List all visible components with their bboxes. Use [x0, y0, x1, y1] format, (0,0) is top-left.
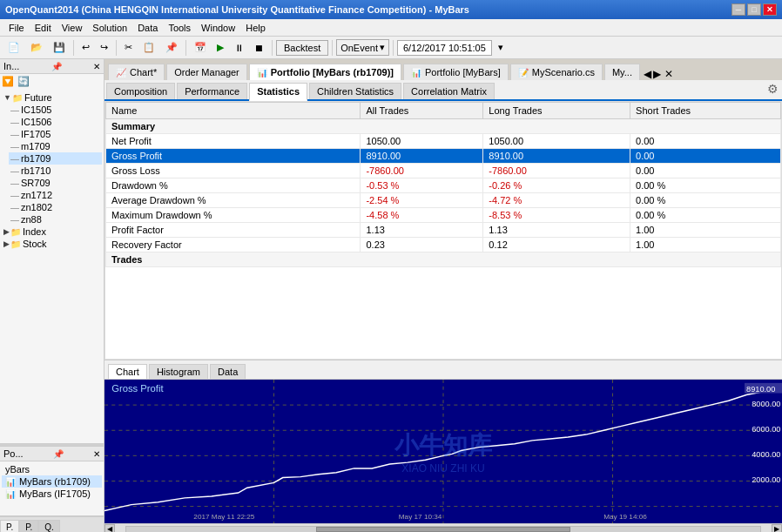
- toolbar-run[interactable]: ▶: [212, 39, 228, 56]
- tree-item-m1709[interactable]: — m1709: [9, 140, 102, 152]
- svg-text:Gross Profit: Gross Profit: [111, 383, 163, 394]
- scroll-right-arrow[interactable]: ▶: [772, 524, 782, 533]
- portfolio-pin-icon[interactable]: 📌: [53, 449, 64, 459]
- close-button[interactable]: ✕: [763, 3, 777, 16]
- toolbar-paste[interactable]: 📌: [161, 39, 182, 56]
- doc-tab-order-manager[interactable]: Order Manager: [166, 64, 247, 80]
- toolbar-calendar[interactable]: 📅: [190, 39, 211, 56]
- toolbar-undo[interactable]: ↩: [78, 39, 94, 56]
- tree-item-sr709[interactable]: — SR709: [9, 177, 102, 189]
- toolbar-cut[interactable]: ✂: [120, 39, 137, 56]
- content-tab-composition[interactable]: Composition: [106, 83, 175, 99]
- document-tabs: 📈 Chart* Order Manager 📊 Portfolio [MyBa…: [104, 59, 782, 80]
- portfolio-item-if1705[interactable]: 📊 MyBars (IF1705): [2, 488, 102, 500]
- statistics-table: Name All Trades Long Trades Short Trades…: [105, 102, 781, 267]
- toolbar-sep5: [332, 40, 333, 56]
- portfolio-item-ybars[interactable]: yBars: [2, 463, 102, 475]
- doc-tab-chart[interactable]: 📈 Chart*: [108, 64, 165, 80]
- tree-item-zn1712[interactable]: — zn1712: [9, 189, 102, 201]
- table-row-avg-drawdown[interactable]: Average Drawdown % -2.54 % -4.72 % 0.00 …: [106, 193, 781, 208]
- menu-tools[interactable]: Tools: [163, 21, 196, 35]
- left-tab-p1[interactable]: P.: [0, 520, 19, 532]
- minimize-button[interactable]: ─: [731, 3, 745, 16]
- tree-item-rb1709[interactable]: — rb1709: [9, 152, 102, 165]
- left-tab-p2[interactable]: P.: [19, 520, 38, 532]
- cell-profit-factor-short: 1.00: [630, 223, 781, 238]
- menu-edit[interactable]: Edit: [30, 21, 57, 35]
- table-row-net-profit[interactable]: Net Profit 1050.00 1050.00 0.00: [106, 134, 781, 149]
- file-icon: —: [10, 203, 19, 212]
- menu-solution[interactable]: Solution: [87, 21, 132, 35]
- doc-tab-my[interactable]: My...: [604, 64, 640, 80]
- settings-icon[interactable]: ⚙: [767, 82, 779, 96]
- content-tab-correlation[interactable]: Correlation Matrix: [403, 83, 495, 99]
- tree-item-stock[interactable]: ▶ 📁 Stock: [2, 238, 102, 250]
- doc-tab-portfolio-rb1709[interactable]: 📊 Portfolio [MyBars (rb1709)]: [249, 64, 401, 80]
- toolbar-save[interactable]: 💾: [49, 39, 70, 56]
- toolbar-copy[interactable]: 📋: [138, 39, 159, 56]
- content-tabs: Composition Performance Statistics Child…: [104, 80, 782, 101]
- toolbar-pause[interactable]: ⏸: [230, 40, 248, 56]
- tree-item-future[interactable]: ▼ 📁 Future: [2, 91, 102, 104]
- svg-text:May 19 14:06: May 19 14:06: [603, 513, 647, 521]
- toolbar-onevent[interactable]: OnEvent ▾: [336, 39, 389, 56]
- tree-future-label: Future: [24, 92, 52, 103]
- tree-item-if1705[interactable]: — IF1705: [9, 128, 102, 140]
- toolbar-date[interactable]: 6/12/2017 10:51:05: [397, 40, 492, 56]
- section-trades: Trades: [106, 253, 781, 267]
- col-header-name: Name: [106, 103, 361, 119]
- toolbar-new[interactable]: 📄: [3, 39, 24, 56]
- menu-window[interactable]: Window: [196, 21, 240, 35]
- table-row-recovery-factor[interactable]: Recovery Factor 0.23 0.12 1.00: [106, 238, 781, 253]
- chart-hscrollbar[interactable]: ◀ ▶: [104, 523, 782, 532]
- cell-avg-drawdown-name: Average Drawdown %: [106, 193, 361, 208]
- titlebar-controls: ─ □ ✕: [731, 3, 777, 16]
- content-tab-children[interactable]: Children Statistics: [309, 83, 401, 99]
- toolbar-open[interactable]: 📂: [26, 39, 47, 56]
- expand-icon: ▶: [3, 227, 10, 236]
- filter-icon[interactable]: 🔽: [2, 76, 14, 88]
- scroll-left-arrow[interactable]: ◀: [104, 524, 115, 533]
- scroll-track[interactable]: [125, 526, 761, 533]
- toolbar-date-picker[interactable]: ▾: [494, 39, 508, 56]
- toolbar-stop[interactable]: ⏹: [250, 40, 268, 56]
- menu-data[interactable]: Data: [132, 21, 163, 35]
- doc-tab-portfolio-mybars[interactable]: 📊 Portfolio [MyBars]: [403, 64, 509, 80]
- maximize-button[interactable]: □: [747, 3, 761, 16]
- right-panel: 📈 Chart* Order Manager 📊 Portfolio [MyBa…: [104, 59, 782, 532]
- table-row-max-drawdown[interactable]: Maximum Drawdown % -4.58 % -8.53 % 0.00 …: [106, 208, 781, 223]
- chart-tab-chart[interactable]: Chart: [108, 364, 147, 379]
- tree-item-index[interactable]: ▶ 📁 Index: [2, 226, 102, 238]
- scroll-thumb[interactable]: [316, 527, 570, 532]
- left-tab-q[interactable]: Q.: [38, 520, 60, 532]
- refresh-icon[interactable]: 🔄: [17, 76, 30, 88]
- toolbar-redo[interactable]: ↪: [96, 39, 112, 56]
- tree-item-zn1802[interactable]: — zn1802: [9, 201, 102, 213]
- panel-pin-icon[interactable]: 📌: [51, 62, 62, 71]
- doc-tabs-scroll-right[interactable]: ▶: [653, 68, 661, 80]
- table-row-gross-loss[interactable]: Gross Loss -7860.00 -7860.00 0.00: [106, 164, 781, 178]
- table-row-gross-profit[interactable]: Gross Profit 8910.00 8910.00 0.00: [106, 149, 781, 164]
- tree-item-rb1710[interactable]: — rb1710: [9, 165, 102, 177]
- panel-close-icon[interactable]: ✕: [93, 62, 100, 71]
- tree-label-ic1505: IC1505: [21, 104, 51, 115]
- doc-tabs-close[interactable]: ✕: [664, 68, 673, 80]
- tree-item-zn88[interactable]: — zn88: [9, 213, 102, 226]
- tree-item-ic1506[interactable]: — IC1506: [9, 116, 102, 128]
- doc-tab-myscenario[interactable]: 📝 MyScenario.cs: [510, 64, 603, 80]
- menu-file[interactable]: File: [3, 21, 30, 35]
- table-row-profit-factor[interactable]: Profit Factor 1.13 1.13 1.00: [106, 223, 781, 238]
- doc-tabs-scroll-left[interactable]: ◀: [644, 68, 651, 80]
- tree-item-ic1505[interactable]: — IC1505: [9, 104, 102, 116]
- table-row-drawdown[interactable]: Drawdown % -0.53 % -0.26 % 0.00 %: [106, 178, 781, 193]
- toolbar-onevent-label: OnEvent: [340, 43, 378, 53]
- portfolio-item-rb1709[interactable]: 📊 MyBars (rb1709): [2, 475, 102, 488]
- expand-icon: ▼: [3, 93, 11, 102]
- chart-tab-histogram[interactable]: Histogram: [149, 364, 208, 379]
- portfolio-close-icon[interactable]: ✕: [93, 449, 100, 459]
- menu-view[interactable]: View: [57, 21, 88, 35]
- menu-help[interactable]: Help: [240, 21, 271, 35]
- chart-tab-data[interactable]: Data: [210, 364, 246, 379]
- content-tab-statistics[interactable]: Statistics: [249, 83, 307, 101]
- content-tab-performance[interactable]: Performance: [177, 83, 247, 99]
